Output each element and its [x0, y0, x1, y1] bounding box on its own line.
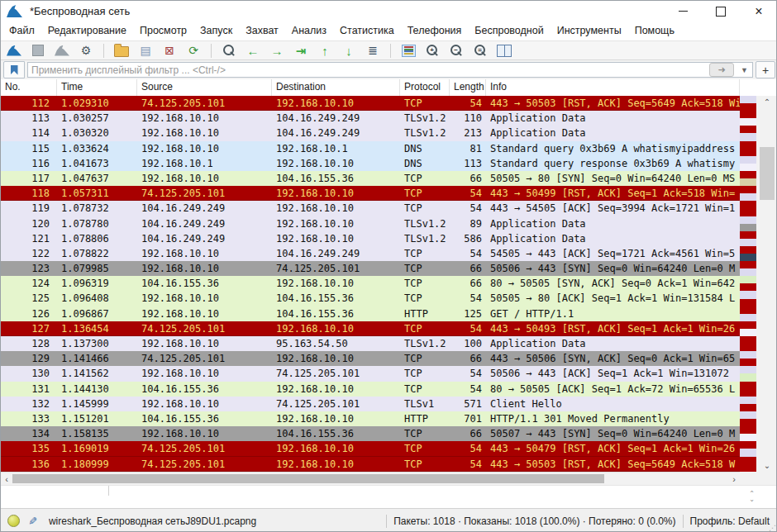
packet-row[interactable]: 1241.096319104.16.155.36192.168.10.10TCP…: [1, 276, 740, 291]
packet-row[interactable]: 1161.041673192.168.10.1192.168.10.10DNS1…: [1, 156, 740, 171]
menu-item-беспроводной[interactable]: Беспроводной: [468, 21, 550, 40]
go-first-packet-icon[interactable]: ↑: [317, 43, 333, 58]
cell-time: 1.047637: [57, 171, 137, 186]
menu-item-запуск[interactable]: Запуск: [193, 21, 239, 40]
packet-row[interactable]: 1211.078806104.16.249.249192.168.10.10TL…: [1, 231, 740, 246]
collapsed-details-pane: ⌃⌄: [1, 485, 777, 508]
goto-packet-icon[interactable]: ⇥: [293, 43, 309, 58]
column-header-length[interactable]: Length: [450, 79, 486, 96]
scroll-left-icon[interactable]: ‹: [1, 473, 12, 485]
filter-dropdown-caret[interactable]: ▼: [736, 66, 752, 74]
close-button[interactable]: ×: [740, 1, 777, 21]
column-header-destination[interactable]: Destination: [272, 79, 400, 96]
save-file-icon[interactable]: ▤: [137, 43, 154, 58]
packet-row[interactable]: 1251.096408192.168.10.10104.16.155.36TCP…: [1, 291, 740, 306]
menu-item-инструменты[interactable]: Инструменты: [551, 21, 628, 40]
minimap-stripe: [740, 382, 756, 389]
packet-row[interactable]: 1341.158135192.168.10.10104.16.155.36TCP…: [1, 426, 740, 441]
filter-bookmark-button[interactable]: [3, 61, 25, 78]
packet-row[interactable]: 1201.078780104.16.249.249192.168.10.10TL…: [1, 216, 740, 231]
packet-row[interactable]: 1351.16901974.125.205.101192.168.10.10TC…: [1, 441, 740, 456]
maximize-button[interactable]: [702, 1, 740, 21]
packet-row[interactable]: 1121.02931074.125.205.101192.168.10.10TC…: [1, 96, 740, 111]
column-header-info[interactable]: Info: [486, 79, 740, 96]
minimap-stripe: [740, 268, 756, 276]
expert-info-icon[interactable]: [7, 515, 20, 527]
vertical-scroll-thumb[interactable]: [760, 147, 775, 200]
capture-comment-icon[interactable]: ✎: [26, 516, 39, 525]
packet-row[interactable]: 1301.141562192.168.10.1074.125.205.101TC…: [1, 366, 740, 381]
minimize-button[interactable]: [664, 1, 702, 21]
packet-row[interactable]: 1261.096867192.168.10.10104.16.155.36HTT…: [1, 306, 740, 321]
packet-row[interactable]: 1271.13645474.125.205.101192.168.10.10TC…: [1, 321, 740, 336]
minimap-stripe: [740, 178, 756, 186]
cell-destination: 74.125.205.101: [272, 366, 400, 381]
vertical-scrollbar[interactable]: ⌃ ⌄: [756, 96, 777, 472]
menu-item-помощь[interactable]: Помощь: [628, 21, 681, 40]
cell-source: 74.125.205.101: [137, 457, 272, 471]
resize-grip[interactable]: ⋰: [769, 524, 777, 532]
start-capture-icon[interactable]: [6, 43, 22, 58]
menu-item-анализ[interactable]: Анализ: [285, 21, 333, 40]
packet-row[interactable]: 1311.144130104.16.155.36192.168.10.10TCP…: [1, 382, 740, 397]
packet-row[interactable]: 1281.137300192.168.10.1095.163.54.50TLSv…: [1, 336, 740, 351]
cell-no: 133: [1, 411, 57, 426]
cell-time: 1.158135: [57, 426, 137, 441]
packet-row[interactable]: 1151.033624192.168.10.10192.168.10.1DNS8…: [1, 141, 740, 156]
packet-minimap[interactable]: [740, 96, 756, 472]
cell-destination: 192.168.10.10: [272, 186, 400, 200]
reload-file-icon[interactable]: ⟳: [185, 43, 202, 58]
apply-filter-button[interactable]: ➜: [709, 63, 734, 77]
scroll-down-icon[interactable]: ⌄: [756, 461, 777, 470]
column-header-protocol[interactable]: Protocol: [400, 79, 450, 96]
packet-row[interactable]: 1361.18099974.125.205.101192.168.10.10TC…: [1, 457, 740, 472]
column-header-source[interactable]: Source: [137, 79, 272, 96]
horizontal-scroll-thumb[interactable]: [12, 474, 604, 483]
packet-row[interactable]: 1171.047637192.168.10.10104.16.155.36TCP…: [1, 171, 740, 186]
packet-row[interactable]: 1181.05731174.125.205.101192.168.10.10TC…: [1, 186, 740, 201]
open-file-icon[interactable]: [113, 43, 130, 58]
go-forward-icon[interactable]: →: [269, 43, 285, 58]
cell-info: 443 → 50499 [RST, ACK] Seq=1 Ack=518 Win…: [486, 186, 740, 200]
add-filter-button[interactable]: +: [756, 61, 775, 78]
cell-info: 50507 → 443 [SYN] Seq=0 Win=64240 Len=0 …: [486, 426, 740, 441]
menu-item-статистика[interactable]: Статистика: [333, 21, 401, 40]
packet-row[interactable]: 1141.030320192.168.10.10104.16.249.249TL…: [1, 126, 740, 140]
capture-options-icon[interactable]: ⚙: [78, 43, 94, 58]
column-header-time[interactable]: Time: [57, 79, 137, 96]
horizontal-scrollbar[interactable]: ‹ ›: [1, 472, 740, 485]
packet-row[interactable]: 1291.14146674.125.205.101192.168.10.10TC…: [1, 351, 740, 366]
pane-splitter-icon[interactable]: ⌃⌄: [749, 491, 755, 502]
go-last-packet-icon[interactable]: ↓: [341, 43, 357, 58]
close-file-icon[interactable]: ⊠: [161, 43, 178, 58]
zoom-100-icon[interactable]: =: [472, 43, 489, 58]
menu-item-захват[interactable]: Захват: [239, 21, 285, 40]
menu-item-телефония[interactable]: Телефония: [401, 21, 469, 40]
zoom-out-icon[interactable]: −: [448, 43, 465, 58]
restart-capture-icon[interactable]: [54, 43, 70, 58]
find-packet-icon[interactable]: [221, 43, 237, 58]
display-filter-input[interactable]: [28, 64, 709, 76]
colorize-packets-icon[interactable]: [400, 43, 417, 58]
menu-item-файл[interactable]: Файл: [2, 21, 41, 40]
packet-row[interactable]: 1191.078732104.16.249.249192.168.10.10TC…: [1, 201, 740, 216]
packet-row[interactable]: 1231.079985192.168.10.1074.125.205.101TC…: [1, 261, 740, 276]
menu-item-просмотр[interactable]: Просмотр: [133, 21, 193, 40]
packet-row[interactable]: 1221.078822192.168.10.10104.16.249.249TC…: [1, 246, 740, 261]
menu-item-редактирование[interactable]: Редактирование: [41, 21, 133, 40]
scroll-right-icon[interactable]: ›: [728, 473, 740, 485]
cell-destination: 192.168.10.10: [272, 231, 400, 246]
cell-length: 100: [450, 336, 486, 351]
packet-row[interactable]: 1331.151201104.16.155.36192.168.10.10HTT…: [1, 411, 740, 426]
cell-protocol: HTTP: [400, 411, 450, 426]
column-header-no[interactable]: No.: [1, 79, 57, 96]
autoscroll-icon[interactable]: ≣: [365, 43, 381, 58]
profile-label[interactable]: Профиль: Default: [690, 515, 770, 527]
stop-capture-icon[interactable]: [30, 43, 46, 58]
scroll-up-icon[interactable]: ⌃: [756, 97, 777, 107]
resize-columns-icon[interactable]: [496, 43, 512, 58]
go-back-icon[interactable]: ←: [245, 43, 261, 58]
packet-row[interactable]: 1321.145999192.168.10.1074.125.205.101TL…: [1, 397, 740, 411]
packet-row[interactable]: 1131.030257192.168.10.10104.16.249.249TL…: [1, 111, 740, 126]
zoom-in-icon[interactable]: +: [424, 43, 441, 58]
